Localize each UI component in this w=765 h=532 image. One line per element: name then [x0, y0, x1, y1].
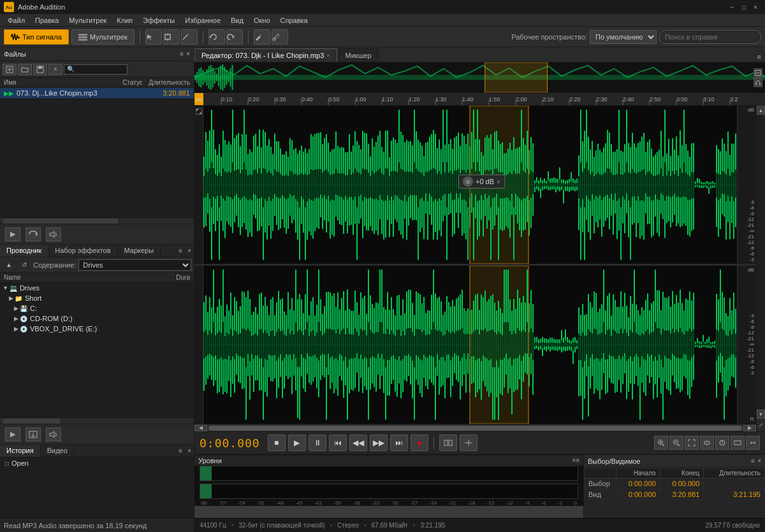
forward-button[interactable]: ▶▶ — [370, 435, 388, 451]
zoom-in-btn[interactable] — [654, 436, 668, 450]
explorer-tab-effects[interactable]: Набор эффектов — [48, 245, 117, 257]
menu-item-window[interactable]: Окно — [249, 15, 275, 25]
select-tool[interactable] — [145, 29, 162, 45]
waveform-canvas-bottom — [203, 266, 737, 424]
explorer-tab-markers[interactable]: Маркеры — [118, 245, 161, 257]
redo-tool[interactable] — [226, 29, 243, 45]
editor-tab-mixer[interactable]: Микшер — [339, 48, 379, 62]
history-item-open[interactable]: □ Open — [0, 457, 194, 469]
waveform-channel-top[interactable]: ⊙ +0 dB × — [203, 106, 737, 264]
files-save-btn[interactable] — [33, 64, 47, 75]
selection-end-select[interactable]: 0:00.000 — [660, 478, 704, 489]
record-button[interactable]: ● — [411, 435, 428, 451]
scroll-track[interactable] — [757, 115, 765, 410]
explorer-play-btn[interactable]: ▶ — [5, 428, 20, 442]
explorer-item-short[interactable]: ▶ 📁 Short — [0, 293, 194, 303]
scroll-down-btn[interactable]: ▼ — [757, 410, 765, 419]
selection-end-view[interactable]: 3:20.881 — [660, 489, 704, 500]
files-panel-collapse[interactable]: ≡ — [180, 50, 184, 57]
files-new-btn[interactable] — [3, 64, 17, 75]
undo-tool[interactable] — [208, 29, 225, 45]
menu-item-help[interactable]: Справка — [275, 15, 313, 25]
zoom-height-icon[interactable]: ⤢ — [757, 419, 765, 431]
selection-start-view[interactable]: 0:00.000 — [616, 489, 660, 500]
files-speaker-btn[interactable] — [46, 227, 61, 241]
menu-item-effects[interactable]: Эффекты — [138, 15, 180, 25]
extra-button[interactable] — [460, 435, 477, 451]
stop-button[interactable]: ■ — [268, 435, 286, 451]
brush-tool[interactable] — [272, 29, 288, 45]
zoom-full-btn[interactable] — [731, 436, 745, 450]
menu-item-file[interactable]: Файл — [3, 15, 30, 25]
pause-button[interactable]: ⏸ — [309, 435, 326, 451]
editor-tab-close[interactable]: × — [326, 52, 330, 59]
explorer-item-drives[interactable]: ▼ 💻 Drives — [0, 283, 194, 293]
menu-item-favorites[interactable]: Избранное — [180, 15, 226, 25]
files-play-btn[interactable]: ▶ — [5, 227, 20, 241]
bottom-scrollbar[interactable]: ◀ ▶ — [194, 424, 756, 431]
history-menu-btn[interactable]: ≡ — [176, 445, 185, 457]
workspace-select[interactable]: По умолчанию — [590, 30, 657, 44]
zoom-extra1-btn[interactable] — [746, 436, 760, 450]
selection-close-btn[interactable]: × — [757, 457, 761, 464]
levels-menu-btn[interactable]: ≡ — [576, 457, 579, 464]
menu-item-clip[interactable]: Клип — [112, 15, 138, 25]
file-item[interactable]: ▶▶ 073. Dj...Like Chopin.mp3 3:20.881 — [0, 88, 194, 98]
selection-menu-btn[interactable]: ≡ — [751, 457, 755, 464]
explorer-item-cdrom[interactable]: ▶ 💿 CD-ROM (D:) — [0, 313, 194, 324]
waveform-channel-bottom[interactable] — [203, 266, 737, 424]
scroll-right-btn[interactable]: ▶ — [743, 425, 756, 431]
zoom-fit-all-btn[interactable] — [685, 436, 699, 450]
scroll-handle[interactable] — [208, 426, 742, 431]
scroll-left-btn[interactable]: ◀ — [194, 425, 207, 431]
explorer-tab-browser[interactable]: Проводник — [0, 245, 48, 257]
explorer-close-btn[interactable]: × — [185, 245, 194, 257]
editor-menu-button[interactable]: ≡ — [754, 52, 765, 62]
multitrack-button[interactable]: Мультитрек — [71, 29, 135, 45]
menu-item-view[interactable]: Вид — [226, 15, 249, 25]
history-close-btn[interactable]: × — [185, 445, 194, 457]
explorer-refresh-btn[interactable]: ↺ — [18, 259, 31, 271]
selection-duration-view[interactable]: 3:21.195 — [704, 489, 765, 500]
explorer-speaker-btn[interactable] — [46, 428, 61, 442]
zoom-sel-btn[interactable] — [700, 436, 714, 450]
history-tab-video[interactable]: Видео — [41, 445, 75, 457]
explorer-item-c[interactable]: ▶ 💾 C: — [0, 303, 194, 313]
maximize-button[interactable]: □ — [738, 2, 750, 12]
explorer-import-btn[interactable] — [26, 428, 41, 442]
zoom-out-btn[interactable] — [669, 436, 683, 450]
zoom-in-overview-btn[interactable] — [754, 78, 762, 87]
minimize-button[interactable]: − — [727, 2, 738, 12]
close-button[interactable]: × — [750, 2, 761, 12]
selection-duration-select[interactable] — [704, 478, 765, 489]
back-button[interactable]: ◀◀ — [349, 435, 367, 451]
explorer-menu-btn[interactable]: ≡ — [176, 245, 185, 257]
files-close-btn[interactable]: × — [48, 64, 62, 75]
explorer-item-vbox[interactable]: ▶ 💿 VBOX_D_DRIVE (E:) — [0, 324, 194, 334]
waveform-button[interactable]: Тип сигнала — [4, 29, 69, 45]
menu-item-edit[interactable]: Правка — [30, 15, 64, 25]
to-start-button[interactable]: ⏮ — [329, 435, 347, 451]
zoom-fit-btn[interactable] — [754, 68, 762, 77]
razor-tool[interactable] — [181, 29, 198, 45]
loop-button[interactable] — [439, 435, 457, 451]
files-search-input[interactable] — [64, 64, 127, 75]
play-button[interactable]: ▶ — [288, 435, 306, 451]
scroll-up-btn[interactable]: ▲ — [757, 106, 765, 115]
menu-item-multitrack[interactable]: Мультитрек — [64, 15, 112, 25]
time-select-tool[interactable] — [163, 29, 180, 45]
explorer-up-btn[interactable]: ▲ — [3, 259, 15, 271]
volume-close-btn[interactable]: × — [497, 178, 500, 185]
files-panel-close[interactable]: × — [186, 50, 190, 57]
help-search-input[interactable] — [659, 30, 761, 44]
files-open-btn[interactable] — [18, 64, 32, 75]
selection-start-select[interactable]: 0:00.000 — [616, 478, 660, 489]
to-end-button[interactable]: ⏭ — [390, 435, 408, 451]
content-select[interactable]: Drives — [78, 259, 191, 271]
pencil-tool[interactable] — [254, 29, 270, 45]
db-label-n6-2: -6 — [738, 251, 756, 257]
editor-tab-active[interactable]: Редактор: 073. Djk - I Like Chopin.mp3 × — [194, 48, 337, 62]
zoom-time-btn[interactable] — [715, 436, 729, 450]
files-loop-btn[interactable] — [26, 227, 41, 241]
history-tab-history[interactable]: История — [0, 445, 41, 457]
